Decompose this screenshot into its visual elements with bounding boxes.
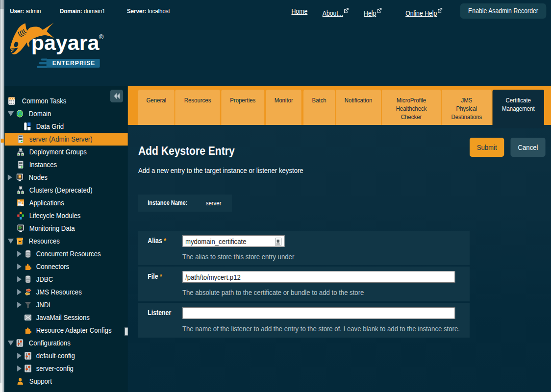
svg-text:ENTERPRISE: ENTERPRISE <box>52 60 96 67</box>
svg-text:payara: payara <box>31 31 100 54</box>
svg-text:®: ® <box>99 33 104 41</box>
